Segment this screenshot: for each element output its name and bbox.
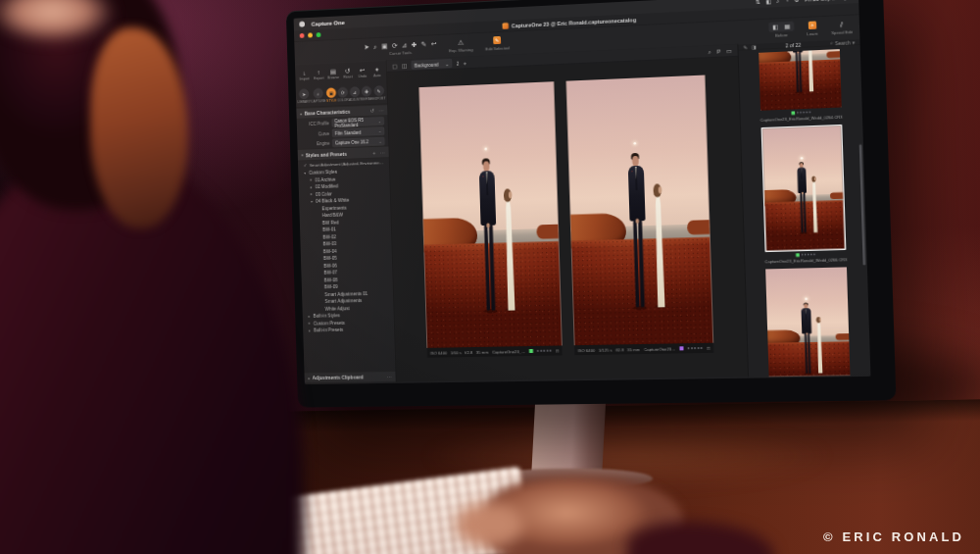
tool-tab[interactable]: ⊿ ADJUST [348,86,361,101]
more-options-icon[interactable]: ⋯ [380,149,385,155]
tool-tab[interactable]: ➤ LIBRARY [297,89,311,104]
loupe-tool-icon[interactable]: ⌕ [373,42,377,51]
filter-edit-icon[interactable]: ✎ [743,44,747,50]
thumbnail-1[interactable] [759,49,842,111]
tree-arrow-icon[interactable]: ▸ [308,321,312,325]
star-rating[interactable] [688,347,703,349]
tree-arrow-icon[interactable]: ▸ [310,184,314,189]
heal-tool-icon[interactable]: ✚ [412,40,417,48]
tool-tab-label: STYLE [326,99,336,103]
style-tree-label: BW-06 [323,263,337,269]
crop-tool-icon[interactable]: ▣ [381,41,388,49]
style-tree-label: 02 Modified [316,183,338,189]
spotlight-icon[interactable]: ⌕ [776,0,779,4]
layer-selector[interactable]: Background ⌄ [411,59,452,70]
sidebar-action-button[interactable]: ▤ Browse [326,68,341,79]
tree-arrow-icon[interactable]: ▸ [307,314,311,318]
tree-arrow-icon[interactable]: ▾ [310,199,314,204]
adjustments-clipboard-header[interactable]: ▸ Adjustments Clipboard ⋯ [305,371,396,383]
style-tree-label: Smart Adjustments [324,298,362,304]
settings-icon[interactable]: ⚙ [794,0,799,3]
sidebar-action-button[interactable]: ↺ Reset [340,67,355,78]
more-options-icon[interactable]: ⋯ [379,108,384,114]
sidebar-action-button[interactable]: ✦ Auto [369,66,384,77]
window-controls [300,32,321,38]
action-icon: ✦ [374,66,379,73]
control-center-icon[interactable]: ◔ [785,0,789,3]
speed-edit-icon[interactable]: ⫽ [840,20,844,28]
proofing-icon[interactable]: P [716,47,720,54]
star-rating[interactable] [537,350,552,352]
color-tag-purple[interactable] [680,346,684,350]
compare-icon[interactable]: ▭ [726,47,732,54]
viewer-photo-right[interactable]: ISO 6400 1/125 s f/2.8 35 mm CaptureOne2… [566,76,714,379]
display-icon[interactable]: ◧ [765,0,771,4]
straighten-tool-icon[interactable]: ⊿ [402,40,408,48]
single-view-icon[interactable]: ▢ [392,63,398,70]
tool-tab[interactable]: ✎ EXPORT [372,85,386,100]
photo-filename: CaptureOne23_EricRonald_Wedd_0264.CR3 [492,349,525,355]
field-label: ICC Profile [301,121,329,126]
thumbnail-2-selected[interactable] [761,125,847,252]
star-rating[interactable] [802,253,815,255]
style-tree-label: Experiments [321,205,346,211]
close-window-button[interactable] [300,33,305,38]
sidebar-action-button[interactable]: ↓ Import [297,69,312,80]
strip-layout-icon[interactable]: ◨ [752,44,757,50]
tree-arrow-icon[interactable]: ▾ [303,171,307,176]
check-icon: ✓ [304,163,308,168]
viewer: ▢ ◫ Background ⌄ 2 + ⌕ P ▭ [386,44,748,381]
color-tag-green[interactable] [796,253,800,257]
before-toggle-icon[interactable]: ◧ [769,23,781,31]
expand-icon[interactable]: ⊡ [707,345,710,350]
add-layer-icon[interactable]: + [464,59,467,66]
minimize-window-button[interactable] [308,32,313,37]
tool-tab[interactable]: ⌕ CAPTURE [311,88,326,103]
expand-icon[interactable]: ⊡ [556,348,560,353]
multi-view-icon[interactable]: ◫ [402,62,408,69]
tree-arrow-icon[interactable]: ▸ [310,192,314,197]
style-tree-label: 04 Black & White [316,197,349,203]
undo-tool-icon[interactable]: ↩ [431,39,437,47]
exif-readout: ISO 6400 1/125 s f/2.8 35 mm [577,347,640,353]
sort-dropdown-icon[interactable]: ▾ [853,39,856,45]
tool-tab[interactable]: ⟳ COLOR [337,87,349,102]
section-title: Adjustments Clipboard [313,374,383,379]
tool-tab[interactable]: ✚ REFINE [361,86,372,101]
style-tree-item[interactable]: ▸ Built-in Presets [303,325,394,333]
sidebar-action-button[interactable]: ↩ Undo [355,67,369,78]
apple-menu-icon[interactable] [299,22,305,27]
viewer-photo-left[interactable]: ISO 6400 1/60 s f/2.8 35 mm CaptureOne23… [419,81,564,381]
cursor-tools-caption: Cursor Tools [389,50,412,56]
color-tag-green[interactable] [791,111,795,115]
edit-selected-icon[interactable]: ✎ [493,36,501,44]
thumbnail-3[interactable] [765,267,851,377]
zoom-level-icon[interactable]: ⌕ [708,48,711,55]
color-tag-green[interactable] [529,349,533,353]
battery-icon[interactable]: ⇅ [756,0,760,5]
learn-icon[interactable]: ✧ [808,21,816,29]
star-rating[interactable] [797,111,810,113]
cursor-tool-icon[interactable]: ➤ [364,42,369,50]
menubar-clock[interactable]: Fri 20 Sep 3:05 pm [805,0,853,2]
field-label: Engine [301,141,329,147]
tree-arrow-icon[interactable]: ▸ [309,177,313,182]
rotate-tool-icon[interactable]: ⟳ [392,41,398,49]
mask-tool-icon[interactable]: ✎ [421,40,427,48]
reset-tool-icon[interactable]: ↺ [370,108,374,114]
collapse-icon: ▾ [301,153,303,157]
sidebar-action-button[interactable]: ↑ Export [312,69,326,80]
tool-tab-label: ADJUST [349,98,362,102]
tool-tab-icon: ➤ [299,89,309,100]
tool-tab[interactable]: ▣ STYLE [325,87,337,102]
add-style-icon[interactable]: + [372,150,375,155]
cursor-tools-group: ➤ ⌕ ▣ ⟳ ⊿ ✚ ✎ ↩ Cursor Tools [364,39,436,57]
action-icon: ↓ [303,70,306,76]
app-menu-title[interactable]: Capture One [311,19,344,27]
tool-tab-icon: ▣ [326,87,336,98]
more-options-icon[interactable]: ⋯ [387,374,392,378]
zoom-window-button[interactable] [317,32,321,37]
tree-arrow-icon[interactable]: ▸ [308,328,312,332]
grid-toggle-icon[interactable]: ▦ [781,23,793,31]
exposure-warning-icon[interactable]: ⚠ [458,38,464,46]
